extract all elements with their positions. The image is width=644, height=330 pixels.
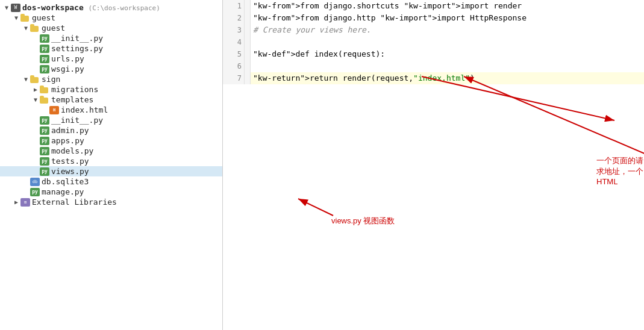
tree-item-wsgi-py[interactable]: pywsgi.py	[0, 64, 222, 74]
tree-item-migrations-folder[interactable]: ▶migrations	[0, 84, 222, 95]
line-content[interactable]: "kw-from">from django.shortcuts "kw-impo…	[251, 0, 644, 12]
code-line-7: 7 "kw-return">return render(request,"ind…	[223, 72, 644, 84]
code-line-5: 5"kw-def">def index(request):	[223, 48, 644, 60]
tree-item-label: __init__.py	[51, 116, 103, 125]
code-line-1: 1"kw-from">from django.shortcuts "kw-imp…	[223, 0, 644, 12]
line-marker	[245, 24, 251, 36]
line-number: 4	[223, 36, 245, 48]
tree-item-manage-py[interactable]: pymanage.py	[0, 187, 222, 197]
tree-item-label: views.py	[51, 167, 89, 176]
tree-item-models-py[interactable]: pymodels.py	[0, 146, 222, 156]
line-content[interactable]	[251, 36, 644, 48]
tree-item-apps-py[interactable]: pyapps.py	[0, 135, 222, 146]
line-number: 3	[223, 24, 245, 36]
tree-item-external-libs[interactable]: ▶⊞External Libraries	[0, 197, 222, 207]
tree-arrow: ▶	[31, 86, 40, 93]
py-icon: py	[40, 45, 49, 53]
tree-item-label: migrations	[51, 85, 98, 94]
line-content[interactable]: "kw-return">return render(request,"index…	[251, 72, 644, 84]
tree-item-label: admin.py	[51, 126, 89, 135]
line-marker	[245, 0, 251, 12]
code-line-6: 6	[223, 60, 644, 72]
file-tree-sidebar[interactable]: ▼ W dos-workspace (C:\dos-workspace) ▼gu…	[0, 0, 223, 330]
py-icon: py	[40, 157, 49, 166]
tree-item-views-py[interactable]: pyviews.py	[0, 166, 222, 176]
line-number: 2	[223, 12, 245, 24]
tree-item-label: urls.py	[51, 54, 84, 63]
tree-item-label: wsgi.py	[51, 64, 84, 73]
tree-arrow: ▼	[31, 96, 40, 103]
code-area: 1"kw-from">from django.shortcuts "kw-imp…	[223, 0, 644, 84]
py-icon: py	[40, 65, 49, 73]
folder-icon	[40, 96, 49, 104]
folder-icon	[30, 75, 40, 83]
svg-line-1	[298, 199, 333, 216]
py-icon: py	[30, 188, 40, 196]
tree-arrow: ▶	[12, 199, 20, 205]
tree-arrow: ▼	[22, 76, 30, 82]
tree-item-label: guest	[42, 23, 65, 33]
tree-item-urls-py[interactable]: pyurls.py	[0, 54, 222, 64]
line-number: 6	[223, 60, 245, 72]
py-icon: py	[40, 147, 49, 155]
folder-icon	[30, 24, 40, 32]
py-icon: py	[40, 126, 49, 135]
tree-item-db-sqlite3[interactable]: dbdb.sqlite3	[0, 176, 222, 187]
py-icon: py	[40, 34, 49, 43]
folder-icon	[20, 14, 30, 22]
line-content[interactable]: # Create your views here.	[251, 24, 644, 36]
tree-item-index-html[interactable]: Hindex.html	[0, 105, 222, 115]
code-lines-container: 1"kw-from">from django.shortcuts "kw-imp…	[223, 0, 644, 84]
line-number: 5	[223, 48, 245, 60]
tree-item-guest-inner-folder[interactable]: ▼guest	[0, 23, 222, 33]
tree-item-label: db.sqlite3	[42, 177, 89, 186]
pc-icon: ⊞	[20, 198, 30, 207]
folder-icon	[40, 86, 49, 93]
tree-item-guest-folder[interactable]: ▼guest	[0, 13, 222, 23]
tree-item-label: __init__.py	[51, 34, 103, 43]
workspace-icon: W	[11, 4, 20, 12]
page-annotation: 一个页面的请求地址，一个HTML	[596, 155, 644, 186]
views-annotation: views.py 视图函数	[331, 216, 395, 226]
line-marker	[245, 36, 251, 48]
sqlite-icon: db	[30, 178, 40, 186]
line-marker	[245, 48, 251, 60]
code-editor: 1"kw-from">from django.shortcuts "kw-imp…	[223, 0, 644, 330]
tree-item-label: manage.py	[42, 187, 84, 196]
tree-item-label: tests.py	[51, 157, 89, 166]
workspace-arrow: ▼	[2, 4, 11, 11]
tree-item-templates-folder[interactable]: ▼templates	[0, 95, 222, 105]
code-line-4: 4	[223, 36, 644, 48]
tree-item-label: guest	[32, 13, 55, 22]
line-content[interactable]	[251, 60, 644, 72]
tree-item-tests-py[interactable]: pytests.py	[0, 156, 222, 166]
tree-item-settings-py[interactable]: pysettings.py	[0, 43, 222, 54]
code-line-3: 3# Create your views here.	[223, 24, 644, 36]
tree-item-label: sign	[42, 75, 60, 84]
tree-item-sign-folder[interactable]: ▼sign	[0, 74, 222, 84]
tree-item-label: apps.py	[51, 136, 84, 145]
line-content[interactable]: "kw-def">def index(request):	[251, 48, 644, 60]
workspace-path: (C:\dos-workspace)	[89, 4, 160, 12]
tree-item-label: settings.py	[51, 44, 103, 53]
tree-arrow: ▼	[22, 25, 30, 31]
py-icon: py	[40, 137, 49, 145]
code-line-2: 2"kw-from">from django.http "kw-import">…	[223, 12, 644, 24]
workspace-label: dos-workspace (C:\dos-workspace)	[22, 3, 160, 12]
line-number: 7	[223, 72, 245, 84]
html-icon: H	[49, 106, 59, 114]
tree-item-label: index.html	[61, 105, 108, 114]
tree-item-__init__-py-1[interactable]: py__init__.py	[0, 33, 222, 43]
tree-arrow: ▼	[12, 14, 20, 21]
line-marker	[245, 60, 251, 72]
workspace-root[interactable]: ▼ W dos-workspace (C:\dos-workspace)	[0, 2, 222, 13]
tree-item-admin-py[interactable]: pyadmin.py	[0, 125, 222, 135]
tree-item-label: models.py	[51, 146, 93, 155]
tree-item-label: External Libraries	[32, 198, 117, 207]
line-content[interactable]: "kw-from">from django.http "kw-import">i…	[251, 12, 644, 24]
line-marker	[245, 72, 251, 84]
svg-line-3	[464, 76, 644, 154]
tree-item-__init__-py-2[interactable]: py__init__.py	[0, 115, 222, 125]
py-icon: py	[40, 167, 49, 176]
py-icon: py	[40, 55, 49, 63]
